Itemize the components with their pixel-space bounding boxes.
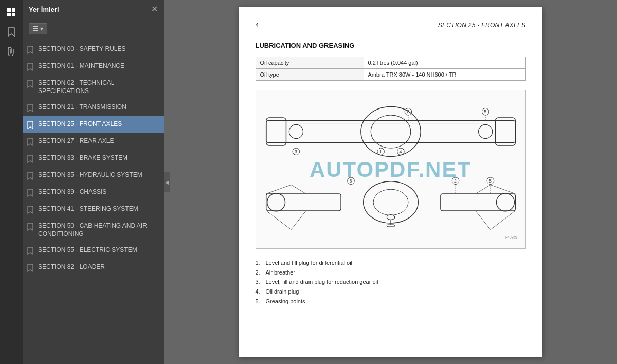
svg-rect-1	[12, 8, 15, 12]
svg-point-26	[387, 215, 395, 220]
svg-point-40	[496, 193, 514, 211]
svg-rect-29	[266, 194, 340, 211]
axle-diagram: AUTOPDF.NET	[256, 90, 526, 249]
table-cell-value-1: 0.2 litres (0.044 gal)	[364, 57, 525, 69]
table-row: Oil capacity 0.2 litres (0.044 gal)	[256, 57, 525, 69]
sidebar-item-s39[interactable]: SECTION 39 - CHASSIS	[23, 184, 164, 201]
sidebar-item-s33[interactable]: SECTION 33 - BRAKE SYSTEM	[23, 150, 164, 167]
list-item: 1. Level and fill plug for differential …	[256, 258, 526, 268]
layers-icon[interactable]	[3, 4, 20, 21]
note-number-4: 4.	[256, 287, 263, 297]
svg-rect-28	[387, 225, 395, 227]
sidebar-item-s02[interactable]: SECTION 02 - TECHNICAL SPECIFICATIONS	[23, 75, 164, 99]
note-number-1: 1.	[256, 258, 263, 268]
sidebar-title: Yer İmleri	[29, 6, 59, 13]
sidebar-item-label-s55: SECTION 55 - ELECTRIC SYSTEM	[38, 246, 159, 254]
bookmarks-list: SECTION 00 - SAFETY RULES SECTION 01 - M…	[23, 39, 164, 364]
sidebar-item-s27[interactable]: SECTION 27 - REAR AXLE	[23, 133, 164, 150]
sidebar-panel: Yer İmleri ✕ ☰ ▾ SECTION 00 - SAFETY RUL…	[23, 0, 164, 364]
section-heading: LUBRICATION AND GREASING	[256, 42, 526, 49]
svg-line-38	[490, 185, 515, 193]
svg-point-9	[289, 124, 303, 138]
svg-line-37	[475, 185, 490, 193]
sidebar-item-label-s01: SECTION 01 - MAINTENANCE	[38, 62, 159, 70]
sidebar-item-label-s35: SECTION 35 - HYDRAULIC SYSTEM	[38, 171, 159, 179]
svg-point-25	[373, 189, 408, 215]
pdf-page[interactable]: 4 SECTION 25 - FRONT AXLES LUBRICATION A…	[239, 7, 542, 357]
sidebar-item-s25[interactable]: SECTION 25 - FRONT AXLES	[23, 116, 164, 133]
note-text-3: Level, fill and drain plug for reduction…	[266, 277, 378, 287]
chevron-down-icon: ▾	[40, 25, 43, 32]
menu-icon: ☰	[33, 25, 39, 32]
table-cell-label-2: Oil type	[256, 69, 364, 81]
svg-text:1: 1	[379, 149, 382, 154]
table-cell-label-1: Oil capacity	[256, 57, 364, 69]
sidebar-collapse-handle[interactable]: ◀	[164, 172, 170, 192]
axle-bottom-view: 5 2 5 F40969	[261, 174, 520, 243]
svg-text:3: 3	[294, 149, 297, 154]
sidebar-item-label-s41: SECTION 41 - STEERING SYSTEM	[38, 205, 159, 213]
sidebar-header: Yer İmleri ✕	[23, 0, 164, 19]
sidebar-item-s21[interactable]: SECTION 21 - TRANSMISSION	[23, 99, 164, 116]
note-text-2: Air breather	[266, 268, 295, 278]
oil-info-table: Oil capacity 0.2 litres (0.044 gal) Oil …	[256, 57, 526, 81]
svg-text:5: 5	[349, 178, 352, 184]
note-number-3: 3.	[256, 277, 263, 287]
svg-rect-7	[266, 118, 286, 145]
sidebar-item-s01[interactable]: SECTION 01 - MAINTENANCE	[23, 58, 164, 75]
svg-text:2: 2	[454, 178, 457, 184]
svg-rect-2	[7, 13, 11, 16]
sidebar-item-label-s25: SECTION 25 - FRONT AXLES	[38, 120, 159, 129]
svg-line-32	[291, 211, 306, 230]
note-text-5: Greasing points	[266, 297, 305, 306]
sidebar-item-s00[interactable]: SECTION 00 - SAFETY RULES	[23, 41, 164, 58]
page-section-title: SECTION 25 - FRONT AXLES	[438, 22, 526, 29]
sidebar-item-label-s39: SECTION 39 - CHASSIS	[38, 188, 159, 196]
svg-rect-0	[7, 8, 11, 12]
list-item: 5. Greasing points	[256, 297, 526, 306]
list-item: 4. Oil drain plug	[256, 287, 526, 297]
list-item: 2. Air breather	[256, 268, 526, 278]
svg-text:F40969: F40969	[505, 235, 517, 239]
page-number: 4	[256, 22, 259, 29]
svg-line-34	[291, 185, 306, 193]
table-cell-value-2: Ambra TRX 80W - 140 NH600 / TR	[364, 69, 525, 81]
sidebar-item-label-s21: SECTION 21 - TRANSMISSION	[38, 103, 159, 112]
attachment-icon[interactable]	[3, 43, 20, 60]
sidebar-item-s35[interactable]: SECTION 35 - HYDRAULIC SYSTEM	[23, 167, 164, 184]
svg-line-35	[475, 211, 490, 230]
sidebar-item-label-s02: SECTION 02 - TECHNICAL SPECIFICATIONS	[38, 79, 159, 95]
bookmark-icon[interactable]	[3, 24, 20, 40]
sidebar-item-s82[interactable]: SECTION 82 - LOADER	[23, 259, 164, 276]
svg-text:2: 2	[407, 109, 409, 114]
svg-point-39	[267, 193, 285, 211]
note-text-4: Oil drain plug	[266, 287, 299, 297]
svg-rect-30	[440, 194, 515, 211]
sidebar-item-label-s33: SECTION 33 - BRAKE SYSTEM	[38, 154, 159, 162]
sidebar-item-label-s27: SECTION 27 - REAR AXLE	[38, 137, 159, 145]
note-number-2: 2.	[256, 268, 263, 278]
sidebar-close-button[interactable]: ✕	[151, 5, 158, 13]
axle-diagrams-wrap: 2 5 1 4 3	[261, 96, 520, 243]
page-header: 4 SECTION 25 - FRONT AXLES	[256, 22, 526, 32]
svg-line-36	[490, 211, 515, 230]
svg-point-5	[360, 107, 420, 157]
sidebar-toolbar: ☰ ▾	[23, 19, 164, 39]
sidebar-item-s41[interactable]: SECTION 41 - STEERING SYSTEM	[23, 201, 164, 218]
table-row: Oil type Ambra TRX 80W - 140 NH600 / TR	[256, 69, 525, 81]
svg-point-6	[371, 115, 411, 148]
svg-line-33	[266, 185, 291, 193]
sidebar-item-label-s00: SECTION 00 - SAFETY RULES	[38, 45, 159, 53]
svg-rect-8	[495, 118, 515, 145]
sidebar-menu-button[interactable]: ☰ ▾	[29, 23, 47, 34]
sidebar-item-label-s82: SECTION 82 - LOADER	[38, 263, 159, 271]
sidebar-item-s50[interactable]: SECTION 50 - CAB HEATING AND AIR CONDITI…	[23, 218, 164, 242]
svg-text:5: 5	[484, 109, 486, 114]
svg-point-10	[478, 124, 492, 138]
sidebar-item-s55[interactable]: SECTION 55 - ELECTRIC SYSTEM	[23, 242, 164, 259]
svg-line-31	[266, 211, 291, 230]
axle-top-view: 2 5 1 4 3	[261, 96, 520, 168]
note-text-1: Level and fill plug for differential oil	[266, 258, 353, 268]
svg-rect-3	[12, 13, 15, 16]
notes-list: 1. Level and fill plug for differential …	[256, 258, 526, 306]
